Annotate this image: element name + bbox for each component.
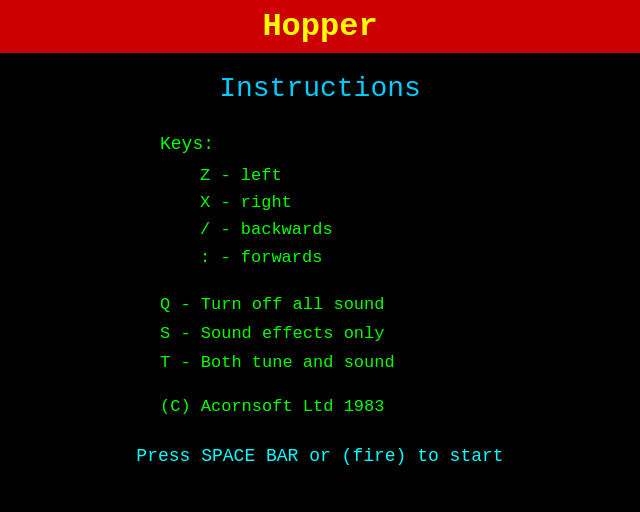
key-x: X - right bbox=[200, 189, 640, 216]
press-bar: Press SPACE BAR or (fire) to start bbox=[0, 446, 640, 466]
sound-t: T - Both tune and sound bbox=[160, 349, 640, 378]
keys-section: Keys: Z - left X - right / - backwards :… bbox=[160, 134, 640, 271]
instructions-heading: Instructions bbox=[0, 73, 640, 104]
sound-section: Q - Turn off all sound S - Sound effects… bbox=[160, 291, 640, 378]
sound-q: Q - Turn off all sound bbox=[160, 291, 640, 320]
game-title: Hopper bbox=[262, 8, 377, 45]
title-bar: Hopper bbox=[0, 0, 640, 53]
app-container: Hopper Instructions Keys: Z - left X - r… bbox=[0, 0, 640, 512]
key-z: Z - left bbox=[200, 162, 640, 189]
keys-label: Keys: bbox=[160, 134, 640, 154]
key-colon: : - forwards bbox=[200, 244, 640, 271]
key-slash: / - backwards bbox=[200, 216, 640, 243]
copyright: (C) Acornsoft Ltd 1983 bbox=[160, 397, 640, 416]
sound-s: S - Sound effects only bbox=[160, 320, 640, 349]
press-text: Press SPACE BAR or (fire) to start bbox=[136, 446, 503, 466]
